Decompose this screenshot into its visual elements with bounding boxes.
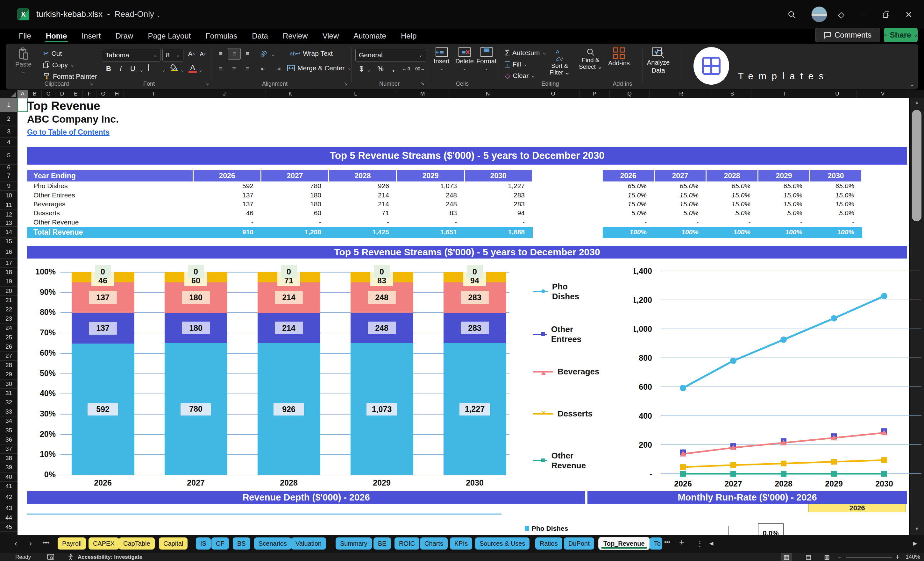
fill-color-chevron-icon[interactable]: ⌄	[180, 67, 184, 73]
sheet-tab-payroll[interactable]: Payroll	[58, 537, 86, 549]
row-header-39[interactable]: 39	[0, 463, 18, 472]
column-header-Q[interactable]: Q	[610, 90, 650, 98]
number-format-combo[interactable]: General⌄	[356, 49, 426, 62]
delete-cells-button[interactable]: Delete⌄	[455, 48, 474, 71]
decrease-decimal-button[interactable]: .00→	[414, 63, 425, 74]
row-header-6[interactable]: 6	[0, 165, 18, 170]
column-header-H[interactable]: H	[110, 90, 124, 98]
column-header-E[interactable]: E	[69, 90, 83, 98]
autosum-button[interactable]: ΣAutoSum⌄	[505, 48, 546, 58]
currency-button[interactable]: $	[356, 63, 367, 74]
row-header-1[interactable]: 1	[0, 98, 18, 112]
sheet-tab-roic[interactable]: ROIC	[394, 537, 419, 549]
scroll-up-icon[interactable]: ▲	[915, 100, 919, 105]
decrease-font-button[interactable]: A˅	[197, 49, 208, 60]
column-header-K[interactable]: K	[266, 90, 315, 98]
avatar[interactable]	[811, 6, 827, 22]
row-header-45[interactable]: 45	[0, 522, 18, 532]
sheet-tab-is[interactable]: IS	[196, 537, 211, 549]
insert-cells-button[interactable]: Insert⌄	[434, 48, 450, 71]
borders-button[interactable]	[148, 64, 149, 70]
column-header-T[interactable]: T	[752, 90, 818, 98]
legend-item-beverages[interactable]: Beverages	[533, 367, 600, 376]
sheet-tab-be[interactable]: BE	[374, 537, 391, 549]
vertical-scroll-thumb[interactable]	[912, 110, 921, 221]
row-header-24[interactable]: 24	[0, 324, 18, 333]
readonly-chevron-icon[interactable]: ⌄	[156, 12, 160, 18]
clipboard-dialog-launcher[interactable]: ↘	[89, 81, 93, 86]
zoom-slider-track[interactable]	[846, 557, 892, 558]
row-header-16[interactable]: 16	[0, 245, 18, 258]
prev-sheet-button[interactable]: ‹	[15, 539, 17, 548]
increase-font-button[interactable]: A˄	[186, 49, 197, 60]
sheet-tab-capital[interactable]: Capital	[159, 537, 188, 549]
font-color-button[interactable]: A	[189, 63, 197, 73]
column-header-C[interactable]: C	[42, 90, 56, 98]
align-left-button[interactable]: ≡	[214, 63, 227, 74]
close-button[interactable]: ✕	[902, 8, 916, 22]
menu-tab-formulas[interactable]: Formulas	[198, 28, 244, 43]
row-header-7[interactable]: 7	[0, 170, 18, 182]
sheet-tab-dupont[interactable]: DuPont	[564, 537, 594, 549]
row-header-43[interactable]: 43	[0, 503, 18, 513]
borders-chevron-icon[interactable]: ⌄	[162, 67, 166, 73]
table-of-contents-link[interactable]: Go to Table of Contents	[27, 128, 110, 136]
row-header-37[interactable]: 37	[0, 444, 18, 454]
sheet-tab-ratios[interactable]: Ratios	[535, 537, 562, 549]
new-sheet-button[interactable]: +	[679, 537, 684, 547]
analyze-data-button[interactable]: Analyze Data	[647, 48, 670, 74]
font-size-combo[interactable]: 8⌄	[162, 49, 183, 62]
sheet-tab-charts[interactable]: Charts	[420, 537, 448, 549]
row-header-10[interactable]: 10	[0, 191, 18, 200]
cut-button[interactable]: ✂Cut	[43, 49, 62, 58]
underline-button[interactable]: U	[128, 63, 138, 74]
next-sheet-button[interactable]: ›	[29, 539, 32, 548]
restore-button[interactable]	[879, 8, 893, 22]
fill-color-button[interactable]	[170, 63, 178, 72]
column-header-P[interactable]: P	[579, 90, 610, 98]
copy-button[interactable]: Copy⌄	[43, 60, 75, 70]
row-header-14[interactable]: 14	[0, 227, 18, 237]
share-button[interactable]: Share ⌄	[884, 28, 918, 42]
menu-tab-draw[interactable]: Draw	[108, 28, 140, 43]
wrap-text-button[interactable]: ab↩Wrap Text	[290, 49, 333, 58]
zoom-level[interactable]: 140%	[906, 553, 920, 561]
column-header-A[interactable]: A	[18, 90, 28, 98]
menu-tab-page-layout[interactable]: Page Layout	[140, 28, 198, 43]
italic-button[interactable]: I	[115, 63, 126, 74]
row-header-32[interactable]: 32	[0, 398, 18, 407]
menu-tab-automate[interactable]: Automate	[346, 28, 393, 43]
underline-chevron-icon[interactable]: ⌄	[140, 67, 144, 73]
menu-tab-insert[interactable]: Insert	[74, 28, 108, 43]
zoom-out-button[interactable]: −	[837, 553, 842, 561]
row-header-9[interactable]: 9	[0, 182, 18, 191]
column-header-O[interactable]: O	[527, 90, 579, 98]
legend-item-desserts[interactable]: ✕Desserts	[533, 409, 592, 418]
sheet-tab-sources-uses[interactable]: Sources & Uses	[475, 537, 530, 549]
currency-chevron-icon[interactable]: ⌄	[367, 67, 371, 73]
sheet-tab-to[interactable]: To	[650, 537, 662, 549]
comma-style-button[interactable]: ,	[388, 63, 399, 74]
font-color-chevron-icon[interactable]: ⌄	[199, 67, 203, 73]
increase-indent-button[interactable]: ⇥	[272, 63, 284, 74]
row-header-26[interactable]: 26	[0, 342, 18, 351]
legend-item-pho-dishes[interactable]: Pho Dishes	[533, 282, 585, 302]
row-header-3[interactable]: 3	[0, 126, 18, 138]
find-select-button[interactable]: Find &Select ⌄	[579, 48, 602, 70]
merge-center-button[interactable]: Merge & Center⌄	[287, 63, 351, 73]
column-header-S[interactable]: S	[713, 90, 752, 98]
row-header-12[interactable]: 12	[0, 210, 18, 219]
decrease-indent-button[interactable]: ⇤	[257, 63, 269, 74]
year-highlight-cell[interactable]: 2026	[808, 504, 906, 512]
menu-tab-file[interactable]: File	[12, 28, 39, 43]
normal-view-button[interactable]: ▦	[781, 553, 792, 561]
format-cells-button[interactable]: Format⌄	[476, 48, 496, 71]
alignment-dialog-launcher[interactable]: ↘	[344, 81, 348, 86]
tab-menu-button[interactable]: ⋮	[696, 539, 704, 548]
number-dialog-launcher[interactable]: ↘	[421, 81, 425, 86]
row-header-30[interactable]: 30	[0, 380, 18, 389]
align-middle-button[interactable]: ≡	[228, 48, 241, 60]
zoom-in-button[interactable]: +	[896, 553, 900, 561]
align-right-button[interactable]: ≡	[242, 63, 254, 74]
row-header-42[interactable]: 42	[0, 491, 18, 503]
